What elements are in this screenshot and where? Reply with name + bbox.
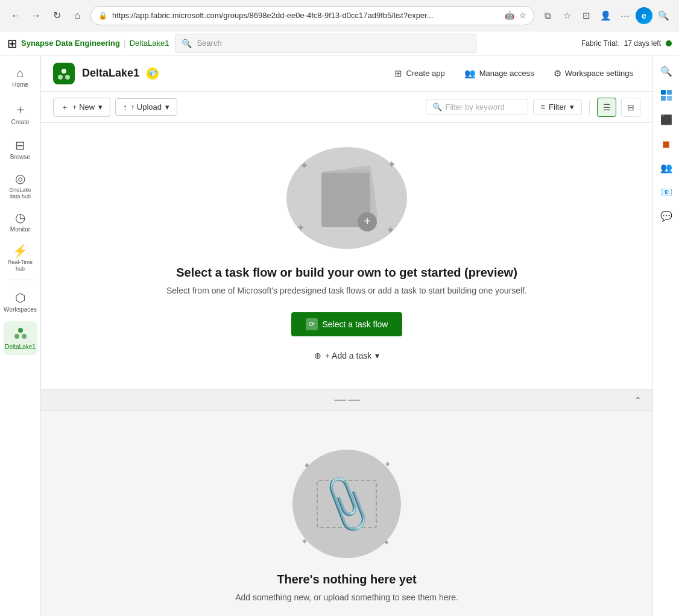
- workspace-badge: 💎: [147, 68, 159, 80]
- home-button[interactable]: ⌂: [69, 7, 86, 24]
- trial-dot: [666, 40, 672, 46]
- filter-placeholder: Filter by keyword: [446, 102, 505, 112]
- refresh-button[interactable]: ↻: [48, 7, 65, 24]
- lock-icon: 🔒: [98, 11, 107, 20]
- sidebar-label-browse: Browse: [10, 154, 30, 161]
- sidebar-item-create[interactable]: ＋ Create: [4, 96, 37, 130]
- add-task-chevron: ▾: [375, 351, 379, 360]
- app-topbar: ⊞ Synapse Data Engineering | DeltaLake1 …: [0, 31, 679, 55]
- realtime-icon: ⚡: [13, 244, 28, 258]
- collapse-button[interactable]: ⌃: [631, 393, 645, 407]
- trial-days: 17 days left: [624, 39, 661, 48]
- doc-stack: +: [317, 168, 377, 228]
- svg-point-0: [18, 328, 23, 333]
- content-area: ✦ ✦ ✦ ✦ + Select a task flow or build yo…: [41, 123, 652, 616]
- collections-button[interactable]: ⊡: [578, 7, 595, 24]
- favorites-button[interactable]: ☆: [558, 7, 575, 24]
- select-task-flow-button[interactable]: ⟳ Select a task flow: [291, 312, 403, 336]
- list-view-button[interactable]: ☰: [597, 98, 616, 117]
- create-icon: ＋: [14, 101, 27, 118]
- monitor-icon: ◷: [15, 210, 25, 225]
- right-outlook-button[interactable]: 📧: [655, 181, 677, 203]
- grid-view-button[interactable]: ⊟: [621, 98, 640, 117]
- right-users-button[interactable]: 👥: [655, 157, 677, 178]
- toolbar: ＋ + New ▾ ↑ ↑ Upload ▾ 🔍 Filter by keywo…: [41, 92, 652, 123]
- sidebar-label-monitor: Monitor: [10, 226, 30, 233]
- back-button[interactable]: ←: [7, 7, 24, 24]
- upload-icon: ↑: [123, 102, 127, 112]
- select-flow-icon: ⟳: [306, 318, 318, 330]
- sidebar-item-monitor[interactable]: ◷ Monitor: [4, 205, 37, 239]
- diamond-icon: 💎: [148, 69, 157, 78]
- new-chevron: ▾: [98, 102, 103, 112]
- add-task-button[interactable]: ⊕ + Add a task ▾: [305, 346, 389, 365]
- trial-text: Fabric Trial:: [581, 39, 619, 48]
- address-bar[interactable]: 🔒 https://app.fabric.microsoft.com/group…: [90, 6, 534, 25]
- resize-handle[interactable]: [334, 400, 360, 401]
- more-button[interactable]: ⋯: [616, 7, 633, 24]
- add-task-label: + Add a task: [325, 351, 371, 360]
- create-app-button[interactable]: ⊞ Create app: [387, 64, 452, 83]
- sparkle-br: ✦: [386, 224, 395, 237]
- workspace-settings-button[interactable]: ⚙ Workspace settings: [546, 64, 640, 83]
- ai-icon: 🤖: [505, 11, 514, 20]
- manage-access-button[interactable]: 👥 Manage access: [457, 64, 542, 83]
- workspace-header: DeltaLake1 💎 ⊞ Create app 👥 Manage acces…: [41, 55, 652, 92]
- sidebar-item-deltalake[interactable]: DeltaLake1: [4, 321, 37, 355]
- right-search-button[interactable]: 🔍: [655, 60, 677, 82]
- empty-state-subheading: Add something new, or upload something t…: [235, 592, 458, 602]
- create-app-label: Create app: [406, 69, 444, 78]
- sidebar-item-workspaces[interactable]: ⬡ Workspaces: [4, 285, 37, 319]
- profile-button[interactable]: 👤: [597, 7, 614, 24]
- grid-view-icon: ⊟: [627, 102, 634, 112]
- filter-chevron-icon: ▾: [570, 102, 574, 112]
- sparkle-tl: ✦: [300, 159, 309, 172]
- split-view-button[interactable]: ⧉: [539, 7, 556, 24]
- right-teams-button[interactable]: 💬: [655, 205, 677, 227]
- task-flow-heading: Select a task flow or build your own to …: [176, 266, 517, 280]
- right-sidebar: 🔍 ⬛ ◼ 👥 📧 💬 +: [652, 55, 679, 616]
- clip-illustration: ✦ ✦ ✦ ✦ 📎: [292, 450, 401, 558]
- fabric-trial: Fabric Trial: 17 days left: [581, 39, 672, 48]
- list-view-icon: ☰: [603, 102, 611, 112]
- sidebar-divider: [8, 280, 33, 280]
- new-icon: ＋: [61, 102, 69, 113]
- upload-button[interactable]: ↑ ↑ Upload ▾: [115, 98, 177, 116]
- task-flow-panel: ✦ ✦ ✦ ✦ + Select a task flow or build yo…: [41, 123, 652, 389]
- right-red-button[interactable]: ⬛: [655, 108, 677, 130]
- new-button[interactable]: ＋ + New ▾: [53, 98, 110, 117]
- extensions-button[interactable]: 🔍: [655, 7, 672, 24]
- upload-label: ↑ Upload: [131, 102, 162, 112]
- right-fabric-button[interactable]: [655, 84, 677, 106]
- filter-label: Filter: [549, 102, 566, 112]
- browser-right-icons: ⧉ ☆ ⊡ 👤 ⋯ e 🔍: [539, 7, 672, 24]
- forward-button[interactable]: →: [28, 7, 45, 24]
- right-orange-button[interactable]: ◼: [655, 133, 677, 154]
- add-task-icon: ⊕: [314, 351, 321, 360]
- sidebar-item-browse[interactable]: ⊟ Browse: [4, 133, 37, 166]
- sidebar-item-home[interactable]: ⌂ Home: [4, 60, 37, 94]
- search-bar[interactable]: 🔍 Search: [175, 34, 476, 53]
- sidebar-label-deltalake: DeltaLake1: [5, 344, 36, 351]
- select-flow-label: Select a task flow: [323, 319, 388, 329]
- browse-icon: ⊟: [15, 138, 25, 152]
- manage-access-icon: 👥: [464, 68, 476, 79]
- sidebar-item-onelake[interactable]: ◎ OneLake data hub: [4, 169, 37, 203]
- sidebar-label-create: Create: [11, 119, 29, 126]
- sidebar-label-home: Home: [12, 81, 28, 89]
- create-app-icon: ⊞: [394, 68, 402, 79]
- app-brand: ⊞ Synapse Data Engineering | DeltaLake1: [7, 36, 169, 51]
- filter-input[interactable]: 🔍 Filter by keyword: [426, 99, 528, 115]
- filter-funnel-icon: ≡: [541, 102, 546, 112]
- toolbar-right: 🔍 Filter by keyword ≡ Filter ▾ ☰ ⊟: [426, 98, 640, 117]
- sidebar-item-realtime[interactable]: ⚡ Real-Time hub: [4, 241, 37, 275]
- divider-line-2: [348, 400, 360, 401]
- workspace-tab[interactable]: DeltaLake1: [130, 39, 169, 48]
- collapse-icon: ⌃: [634, 395, 642, 405]
- toolbar-separator: [589, 100, 590, 115]
- workspace-settings-label: Workspace settings: [565, 69, 633, 78]
- home-icon: ⌂: [16, 66, 24, 80]
- filter-button[interactable]: ≡ Filter ▾: [533, 99, 582, 115]
- svg-rect-7: [667, 90, 672, 95]
- workspace-name: DeltaLake1: [82, 67, 139, 80]
